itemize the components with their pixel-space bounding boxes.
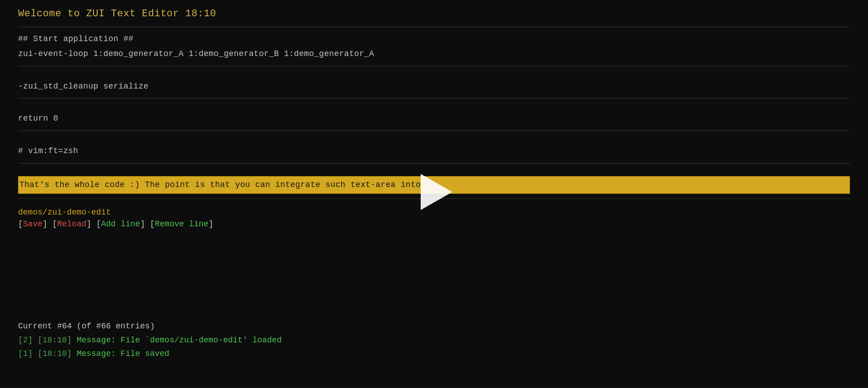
- bracket-close-1: ]: [42, 220, 47, 229]
- bracket-open-3: [: [96, 220, 101, 229]
- play-icon: [421, 174, 452, 210]
- status-section: Current #64 (of #66 entries) [2] [18:10]…: [18, 319, 282, 361]
- save-button[interactable]: Save: [23, 220, 42, 229]
- remove-line-button[interactable]: Remove line: [155, 220, 209, 229]
- main-screen: Welcome to ZUI Text Editor 18:10 ## Star…: [0, 0, 868, 388]
- status-log2: [2] [18:10] Message: File `demos/zui-dem…: [18, 333, 282, 347]
- code-section-1: ## Start application ## zui-event-loop 1…: [18, 32, 850, 61]
- divider-2: [18, 66, 850, 66]
- code-line-2: zui-event-loop 1:demo_generator_A 1:demo…: [18, 47, 850, 61]
- code-section-2: -zui_std_cleanup serialize: [18, 79, 850, 94]
- log2-time: [18:10]: [38, 336, 72, 345]
- bracket-close-2: ]: [86, 220, 91, 229]
- code-line-4: return 0: [18, 111, 850, 126]
- log1-bracket: [1]: [18, 349, 33, 358]
- action-buttons-row: [Save] [Reload] [Add line] [Remove line]: [18, 220, 850, 229]
- code-line-1: ## Start application ##: [18, 32, 850, 47]
- code-section-3: return 0: [18, 111, 850, 126]
- add-line-button[interactable]: Add line: [101, 220, 140, 229]
- code-line-5: # vim:ft=zsh: [18, 144, 850, 159]
- bracket-open-4: [: [150, 220, 155, 229]
- title-bar: Welcome to ZUI Text Editor 18:10: [18, 5, 850, 25]
- divider-4: [18, 131, 850, 131]
- log2-message: Message: File `demos/zui-demo-edit' load…: [77, 336, 282, 345]
- status-log1: [1] [18:10] Message: File saved: [18, 347, 282, 361]
- divider-3: [18, 98, 850, 98]
- log1-time: [18:10]: [38, 349, 72, 358]
- code-line-3: -zui_std_cleanup serialize: [18, 79, 850, 94]
- code-section-4: # vim:ft=zsh: [18, 144, 850, 159]
- log2-bracket: [2]: [18, 336, 33, 345]
- reload-button[interactable]: Reload: [57, 220, 86, 229]
- current-entry-text: Current #64 (of #66 entries): [18, 322, 155, 331]
- bracket-close-4: ]: [208, 220, 213, 229]
- divider-5: [18, 163, 850, 164]
- divider-1: [18, 27, 850, 27]
- bracket-open-1: [: [18, 220, 23, 229]
- app-title: Welcome to ZUI Text Editor 18:10: [18, 8, 216, 19]
- log1-message: Message: File saved: [77, 349, 169, 358]
- bracket-close-3: ]: [140, 220, 145, 229]
- status-current: Current #64 (of #66 entries): [18, 319, 282, 333]
- play-button[interactable]: [412, 169, 457, 215]
- bracket-open-2: [: [52, 220, 57, 229]
